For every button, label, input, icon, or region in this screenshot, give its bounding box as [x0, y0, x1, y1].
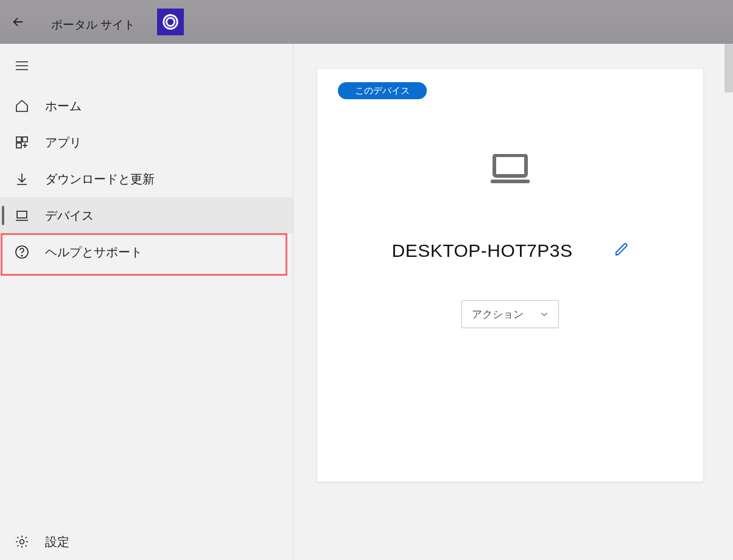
content-area: ホーム アプリ ダウンロードと更新 デバイス [0, 44, 733, 560]
main-panel: このデバイス DESKTOP-HOT7P3S アクション [293, 44, 733, 560]
nav-item-settings[interactable]: 設定 [0, 523, 293, 560]
this-device-badge: このデバイス [338, 82, 427, 99]
svg-point-13 [21, 255, 23, 256]
nav-label: 設定 [45, 534, 69, 550]
nav-list: ホーム アプリ ダウンロードと更新 デバイス [0, 88, 293, 270]
nav-label: ホーム [45, 98, 82, 114]
pencil-icon [614, 242, 629, 257]
action-label: アクション [472, 307, 524, 321]
chevron-down-icon [540, 310, 549, 318]
hamburger-button[interactable] [0, 44, 44, 88]
nav-label: ヘルプとサポート [45, 244, 142, 261]
app-logo [157, 9, 184, 35]
titlebar: ポータル サイト [0, 0, 733, 44]
scrollbar-thumb[interactable] [724, 44, 733, 93]
device-name-row: DESKTOP-HOT7P3S [317, 240, 703, 261]
apps-icon [15, 135, 29, 150]
nav-label: ダウンロードと更新 [45, 171, 155, 187]
home-icon [15, 99, 29, 113]
gear-icon [15, 534, 29, 549]
sidebar: ホーム アプリ ダウンロードと更新 デバイス [0, 44, 293, 560]
svg-rect-7 [16, 143, 21, 148]
svg-rect-6 [23, 137, 27, 142]
back-arrow-icon [12, 15, 25, 29]
svg-rect-5 [16, 137, 21, 142]
nav-item-home[interactable]: ホーム [0, 88, 293, 124]
nav-label: デバイス [45, 208, 94, 224]
svg-rect-15 [494, 155, 526, 176]
nav-item-downloads[interactable]: ダウンロードと更新 [0, 161, 293, 197]
action-dropdown[interactable]: アクション [461, 300, 559, 328]
device-card: このデバイス DESKTOP-HOT7P3S アクション [317, 68, 704, 482]
nav-item-apps[interactable]: アプリ [0, 124, 293, 161]
laptop-icon [15, 208, 29, 223]
edit-name-button[interactable] [614, 242, 629, 259]
svg-rect-16 [491, 180, 530, 183]
svg-rect-10 [17, 211, 27, 218]
badge-label: このデバイス [355, 85, 410, 97]
nav-label: アプリ [45, 135, 82, 151]
app-title: ポータル サイト [51, 17, 135, 33]
device-name: DESKTOP-HOT7P3S [391, 240, 572, 261]
nav-item-help[interactable]: ヘルプとサポート [0, 234, 293, 270]
nav-item-devices[interactable]: デバイス [0, 197, 293, 234]
help-icon [15, 245, 29, 259]
back-button[interactable] [0, 5, 37, 39]
svg-point-1 [166, 18, 174, 26]
hamburger-icon [15, 61, 29, 71]
svg-point-14 [20, 540, 24, 544]
device-large-icon [491, 154, 530, 184]
download-icon [15, 172, 29, 186]
